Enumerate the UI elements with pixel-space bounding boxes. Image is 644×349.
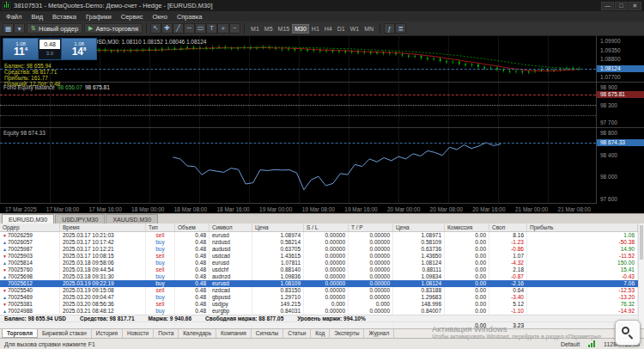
table-cell: 2025.03.19 09:15:08 bbox=[60, 287, 146, 294]
terminal-tab[interactable]: Компания bbox=[216, 329, 252, 338]
table-row[interactable]: ▲700258142025.03.18 09:58:06buy0.48eurus… bbox=[0, 260, 644, 266]
trendline-icon[interactable]: ╱ bbox=[173, 23, 184, 34]
chart-tab[interactable]: XAUUSD,M30 bbox=[106, 214, 158, 223]
table-row[interactable]: ▲700256122025.03.19 09:22:19buy0.48eurus… bbox=[0, 280, 644, 287]
table-cell: 0.00000 bbox=[349, 287, 393, 294]
terminal-tab[interactable]: История bbox=[92, 329, 123, 338]
direction-icon: ▲ bbox=[3, 309, 7, 314]
timeframe-d1[interactable]: D1 bbox=[335, 24, 348, 34]
column-header[interactable]: Время bbox=[60, 223, 146, 231]
toolbar-separator bbox=[244, 23, 245, 34]
table-cell: 0.48 bbox=[175, 246, 210, 253]
terminal-tab[interactable]: Статьи bbox=[283, 329, 311, 338]
menu-item[interactable]: Файл bbox=[6, 13, 21, 21]
crosshair-icon[interactable]: ✚ bbox=[161, 23, 173, 34]
column-header[interactable]: Комиссия bbox=[445, 223, 489, 231]
buy-button[interactable]: 1.08 148 bbox=[61, 38, 97, 60]
terminal-tab[interactable]: Биржевой стакан bbox=[38, 329, 92, 338]
close-button[interactable]: ✕ bbox=[629, 2, 641, 10]
sell-button[interactable]: 1.08 114 bbox=[3, 38, 39, 60]
timeframe-mn[interactable]: MN bbox=[361, 24, 376, 34]
table-cell: 0.00000 bbox=[304, 308, 349, 315]
column-header[interactable]: Объем bbox=[175, 223, 210, 231]
totals-cell bbox=[304, 322, 349, 328]
column-header[interactable]: Своп bbox=[489, 223, 527, 231]
price-scale[interactable]: 1.099001.093501.088001.082501.07700 98 9… bbox=[596, 36, 644, 204]
scale-label: 98 400 bbox=[600, 152, 644, 158]
terminal-tab[interactable]: Новости bbox=[123, 329, 154, 338]
chart-tab[interactable]: EURUSD,M30 bbox=[2, 214, 54, 223]
terminal-tab[interactable]: Торговля bbox=[2, 329, 38, 338]
zoom-in-icon[interactable]: ＋ bbox=[217, 23, 229, 34]
column-header[interactable]: T / P bbox=[349, 223, 393, 231]
column-header[interactable]: Тип bbox=[146, 223, 175, 231]
terminal-tab[interactable]: Сигналы bbox=[252, 329, 283, 338]
profiles-icon[interactable]: ▾ bbox=[14, 23, 25, 34]
zoom-out-icon[interactable]: － bbox=[229, 23, 241, 34]
table-row[interactable]: ▲700259872025.03.17 10:12:21buy0.48audus… bbox=[0, 246, 644, 253]
table-row[interactable]: ▼700257602025.03.18 09:44:54sell0.48usdc… bbox=[0, 266, 644, 273]
minimize-button[interactable]: — bbox=[601, 2, 614, 10]
table-row[interactable]: ▲700254692025.03.20 09:04:47buy0.48gbpus… bbox=[0, 294, 644, 301]
table-cell: buy bbox=[146, 260, 175, 266]
terminal-tab[interactable]: Эксперты bbox=[330, 329, 364, 338]
scale-label: 98 900 bbox=[600, 84, 644, 90]
menu-item[interactable]: Вставка bbox=[52, 13, 76, 21]
menu-item[interactable]: Окно bbox=[152, 13, 167, 21]
lot-size-input[interactable]: 0.48 bbox=[39, 40, 60, 49]
table-scrollbar[interactable] bbox=[638, 223, 644, 328]
indicators-icon[interactable]: ƒ bbox=[384, 23, 395, 34]
menu-item[interactable]: Вид bbox=[31, 13, 43, 21]
table-cell: 0.48 bbox=[175, 253, 210, 260]
table-row[interactable]: ▼700255402025.03.19 09:15:08sell0.48nzdc… bbox=[0, 287, 644, 294]
table-row[interactable]: ▲700249882025.03.21 08:48:12buy0.48eurgb… bbox=[0, 308, 644, 315]
table-row[interactable]: ▲700260572025.03.17 10:17:42buy0.48nzdus… bbox=[0, 239, 644, 246]
autotrade-button[interactable]: ▶ Авто-торговля bbox=[84, 23, 143, 34]
status-profile[interactable]: Default bbox=[561, 341, 580, 347]
menu-item[interactable]: Справка bbox=[177, 13, 202, 21]
new-order-button[interactable]: ⇅ Новый ордер bbox=[27, 23, 82, 34]
shapes-icon[interactable]: ▭ bbox=[195, 23, 206, 34]
column-header[interactable]: S / L bbox=[304, 223, 349, 231]
table-row[interactable]: ▲700256982025.03.18 09:31:30buy0.48audnz… bbox=[0, 273, 644, 280]
totals-cell bbox=[210, 322, 252, 328]
table-cell: 0.48 bbox=[175, 287, 210, 294]
time-axis-label: 17 Mar 08:00 bbox=[46, 206, 79, 212]
timeframe-m5[interactable]: M5 bbox=[262, 24, 276, 34]
column-header[interactable]: Ордер bbox=[0, 223, 60, 231]
terminal-tab[interactable]: Почта bbox=[154, 329, 179, 338]
column-header[interactable]: Символ bbox=[210, 223, 252, 231]
objects-list-icon[interactable]: ≣ bbox=[395, 23, 406, 34]
timeframe-m15[interactable]: M15 bbox=[276, 24, 293, 34]
table-row[interactable]: ▼700262592025.03.17 10:21:03sell0.48euru… bbox=[0, 232, 644, 239]
menu-item[interactable]: Сервис bbox=[121, 13, 143, 21]
chart-plot-area[interactable]: 1.08 114 0.48 3.0 1.08 148 EURUSD,M30: 1… bbox=[0, 36, 596, 204]
table-row[interactable]: ▼700253812025.03.20 08:56:36sell0.48usdj… bbox=[0, 301, 644, 308]
menu-item[interactable]: Графики bbox=[86, 13, 112, 21]
terminal-tab[interactable]: Календарь bbox=[179, 329, 216, 338]
column-header[interactable]: Цена bbox=[252, 223, 304, 231]
orders-table-header[interactable]: ОрдерВремяТипОбъемСимволЦенаS / LT / PЦе… bbox=[0, 223, 644, 232]
timeframe-m30[interactable]: M30 bbox=[292, 24, 309, 34]
maximize-button[interactable]: □ bbox=[615, 2, 628, 10]
scrollbar-thumb[interactable] bbox=[640, 225, 643, 260]
hline-icon[interactable]: ─ bbox=[184, 23, 195, 34]
terminal-tab[interactable]: Код bbox=[311, 329, 330, 338]
table-cell: gbpusd bbox=[210, 294, 252, 301]
timeframe-w1[interactable]: W1 bbox=[348, 24, 362, 34]
cursor-icon[interactable]: ↖ bbox=[150, 23, 161, 34]
chart-tab[interactable]: USDJPY,M30 bbox=[55, 214, 105, 223]
table-cell: 0.48 bbox=[175, 232, 210, 239]
timeframe-h1[interactable]: H1 bbox=[309, 24, 322, 34]
table-row[interactable]: ▼700259032025.03.17 10:08:15sell0.48usdc… bbox=[0, 253, 644, 260]
table-cell: 0.48 bbox=[175, 260, 210, 266]
timeframe-h4[interactable]: H4 bbox=[322, 24, 335, 34]
timeframe-m1[interactable]: M1 bbox=[248, 24, 262, 34]
table-cell: buy bbox=[146, 308, 175, 315]
text-label-icon[interactable]: Т bbox=[206, 23, 217, 34]
column-header[interactable]: Цена bbox=[393, 223, 445, 231]
terminal-tab[interactable]: Журнал bbox=[364, 329, 394, 338]
new-chart-icon[interactable]: ▦ bbox=[3, 23, 14, 34]
column-header[interactable]: Прибыль bbox=[527, 223, 638, 231]
zoom-overlay-button[interactable] bbox=[615, 320, 641, 346]
